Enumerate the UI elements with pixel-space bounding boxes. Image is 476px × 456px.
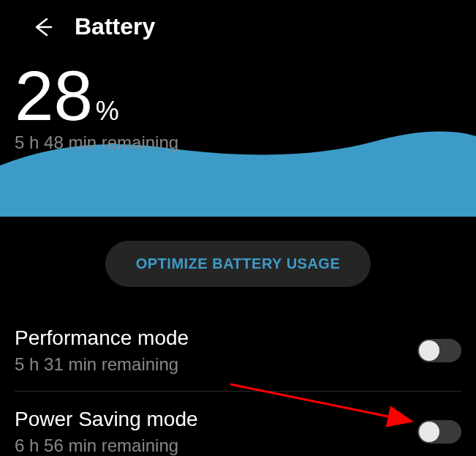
performance-mode-item[interactable]: Performance mode 5 h 31 min remaining — [15, 313, 461, 388]
header: Battery — [0, 0, 476, 53]
divider — [15, 391, 461, 392]
back-arrow-icon — [31, 16, 53, 38]
mode-text: Performance mode 5 h 31 min remaining — [15, 326, 418, 375]
battery-summary: 28 % 5 h 48 min remaining — [0, 53, 476, 153]
mode-title: Power Saving mode — [15, 408, 418, 431]
power-saving-mode-item[interactable]: Power Saving mode 6 h 56 min remaining — [15, 395, 461, 456]
mode-title: Performance mode — [15, 326, 418, 350]
performance-mode-toggle[interactable] — [418, 339, 461, 362]
mode-text: Power Saving mode 6 h 56 min remaining — [15, 408, 418, 456]
power-saving-mode-toggle[interactable] — [418, 420, 461, 444]
mode-list: Performance mode 5 h 31 min remaining Po… — [0, 313, 476, 456]
optimize-section: OPTIMIZE BATTERY USAGE — [0, 241, 476, 287]
percent-symbol: % — [96, 96, 119, 127]
toggle-knob — [419, 422, 439, 442]
back-button[interactable] — [29, 15, 54, 40]
mode-subtitle: 6 h 56 min remaining — [15, 436, 418, 456]
toggle-knob — [419, 340, 439, 361]
page-title: Battery — [75, 13, 155, 40]
optimize-battery-button[interactable]: OPTIMIZE BATTERY USAGE — [105, 241, 371, 287]
battery-percent-value: 28 — [15, 61, 93, 131]
mode-subtitle: 5 h 31 min remaining — [15, 354, 418, 375]
battery-remaining-time: 5 h 48 min remaining — [15, 132, 461, 153]
battery-percentage: 28 % — [15, 61, 461, 131]
